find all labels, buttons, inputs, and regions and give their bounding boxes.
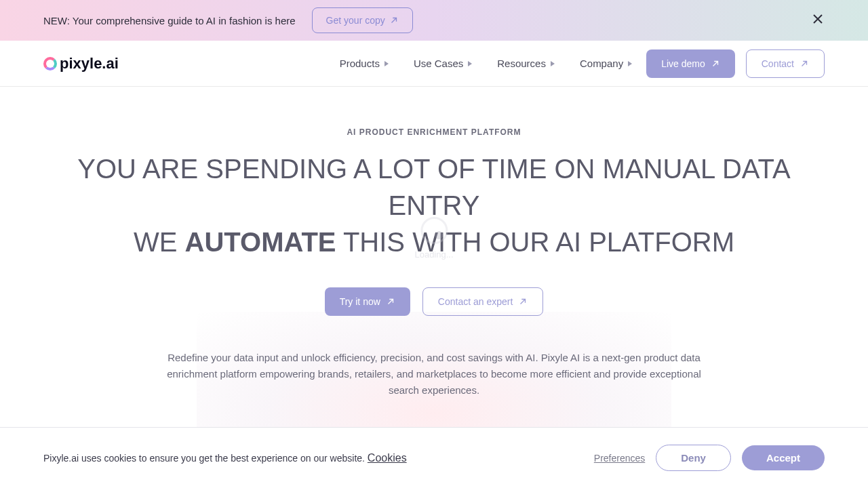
close-icon [811,12,825,26]
contact-expert-button[interactable]: Contact an expert [422,287,544,316]
hero-title-prefix: WE [134,227,185,257]
hero-title-bold: AUTOMATE [185,227,336,257]
cookie-deny-button[interactable]: Deny [656,445,731,471]
nav-label-resources: Resources [497,58,546,69]
arrow-up-right-icon [518,297,528,306]
announcement-banner: NEW: Your comprehensive guide to AI in f… [0,0,868,41]
get-copy-button[interactable]: Get your copy [312,7,413,33]
loading-overlay: Loading... [414,217,453,260]
cookies-policy-link[interactable]: Cookies [368,452,407,464]
cookie-message: Pixyle.ai uses cookies to ensure you get… [43,452,407,464]
announcement-text: NEW: Your comprehensive guide to AI in f… [43,15,296,26]
arrow-up-right-icon [389,16,399,25]
cookie-accept-button[interactable]: Accept [742,445,825,470]
nav-item-company[interactable]: Company [580,58,633,69]
chevron-down-icon [384,61,389,66]
contact-expert-label: Contact an expert [438,296,513,307]
logo-icon [43,57,57,70]
cookie-consent-bar: Pixyle.ai uses cookies to ensure you get… [0,427,868,488]
arrow-up-right-icon [386,297,395,306]
chevron-down-icon [468,61,472,66]
contact-label: Contact [762,58,794,69]
nav-item-products[interactable]: Products [340,58,389,69]
banner-close-button[interactable] [811,12,825,28]
loading-text: Loading... [414,249,453,260]
nav-label-use-cases: Use Cases [414,58,463,69]
nav-menu: Products Use Cases Resources Company [340,58,633,69]
nav-item-resources[interactable]: Resources [497,58,555,69]
spinner-icon [420,217,448,244]
hero-title-line1: YOU ARE SPENDING A LOT OF TIME ON MANUAL… [77,154,790,220]
logo-link[interactable]: pixyle.ai [43,55,119,73]
chevron-down-icon [628,61,632,66]
arrow-up-right-icon [800,59,809,68]
cookie-preferences-link[interactable]: Preferences [594,453,645,464]
main-navbar: pixyle.ai Products Use Cases Resources C… [0,41,868,87]
cookie-actions: Preferences Deny Accept [594,445,825,471]
chevron-down-icon [551,61,555,66]
hero-description: Redefine your data input and unlock effi… [163,350,705,399]
get-copy-label: Get your copy [326,15,385,26]
arrow-up-right-icon [711,59,720,68]
contact-button[interactable]: Contact [746,49,825,78]
live-demo-button[interactable]: Live demo [646,49,735,78]
hero-buttons: Try it now Contact an expert [43,287,825,316]
hero-title-suffix: THIS WITH OUR AI PLATFORM [336,227,734,257]
try-it-now-button[interactable]: Try it now [325,287,410,316]
nav-item-use-cases[interactable]: Use Cases [414,58,473,69]
nav-buttons: Live demo Contact [646,49,825,78]
try-it-now-label: Try it now [340,296,380,307]
logo-text: pixyle.ai [60,55,119,73]
nav-label-products: Products [340,58,380,69]
nav-label-company: Company [580,58,623,69]
live-demo-label: Live demo [661,58,705,69]
hero-eyebrow: AI PRODUCT ENRICHMENT PLATFORM [43,127,825,137]
cookie-text: Pixyle.ai uses cookies to ensure you get… [43,453,368,464]
